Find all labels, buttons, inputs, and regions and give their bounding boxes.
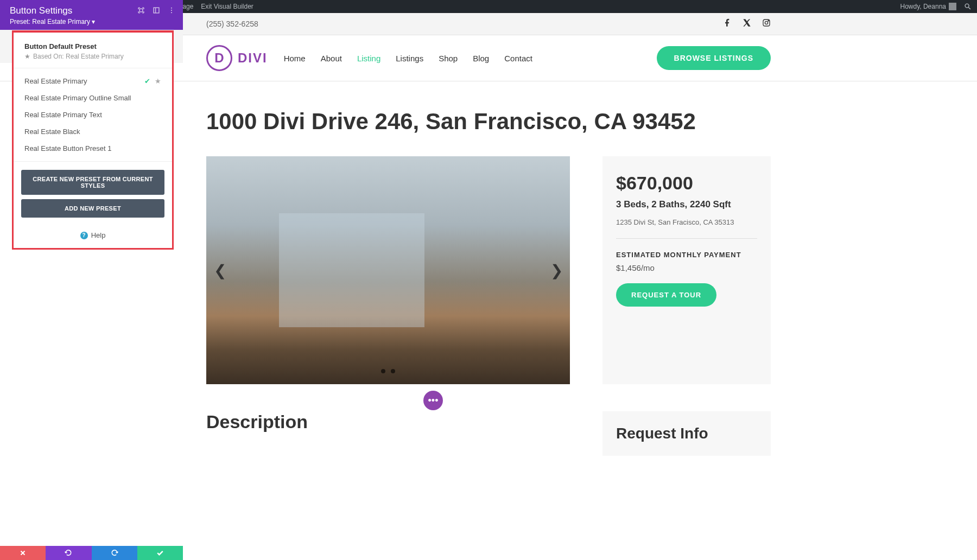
gallery-dot[interactable] <box>391 369 395 373</box>
property-gallery: ❮ ❯ <box>206 156 570 384</box>
svg-rect-7 <box>154 8 159 13</box>
svg-rect-6 <box>139 9 143 12</box>
est-payment-label: ESTIMATED MONTHLY PAYMENT <box>616 251 757 259</box>
gallery-prev-icon[interactable]: ❮ <box>212 262 228 278</box>
help-icon: ? <box>80 232 88 239</box>
chevron-down-icon: ▾ <box>92 18 95 26</box>
est-payment-value: $1,456/mo <box>616 263 757 272</box>
panel-header: Button Settings Preset: Real Estate Prim… <box>0 0 183 30</box>
logo[interactable]: D DIVI <box>206 45 268 71</box>
request-info-card: Request Info <box>602 411 771 456</box>
module-options-fab[interactable]: ••• <box>423 391 443 410</box>
listing-price: $670,000 <box>616 173 757 194</box>
gallery-next-icon[interactable]: ❯ <box>548 262 564 278</box>
x-twitter-icon[interactable] <box>743 18 751 29</box>
preset-item[interactable]: Real Estate Primary✔★ <box>14 73 172 90</box>
listing-stats: 3 Beds, 2 Baths, 2240 Sqft <box>616 199 757 210</box>
nav-contact[interactable]: Contact <box>504 54 532 63</box>
request-tour-button[interactable]: REQUEST A TOUR <box>616 283 716 307</box>
check-icon: ✔ <box>144 77 150 85</box>
based-on-label: ★Based On: Real Estate Primary <box>24 53 161 60</box>
page-title: 1000 Divi Drive 246, San Francisco, CA 9… <box>206 109 771 135</box>
search-icon[interactable] <box>964 3 972 10</box>
svg-point-5 <box>768 21 769 21</box>
facebook-icon[interactable] <box>723 18 732 29</box>
request-info-heading: Request Info <box>616 425 757 442</box>
svg-point-9 <box>171 8 172 9</box>
svg-point-10 <box>171 10 172 11</box>
user-greeting[interactable]: Howdy, Deanna <box>900 3 957 10</box>
nav-shop[interactable]: Shop <box>439 54 458 63</box>
svg-point-11 <box>171 12 172 13</box>
preset-selector[interactable]: Preset: Real Estate Primary ▾ <box>10 18 173 26</box>
nav-listing[interactable]: Listing <box>357 54 380 63</box>
default-preset-title[interactable]: Button Default Preset <box>24 42 161 50</box>
nav-about[interactable]: About <box>321 54 342 63</box>
more-icon[interactable] <box>168 7 175 14</box>
create-preset-button[interactable]: CREATE NEW PRESET FROM CURRENT STYLES <box>21 170 164 195</box>
instagram-icon[interactable] <box>762 18 771 29</box>
nav-home[interactable]: Home <box>284 54 306 63</box>
avatar <box>949 3 956 10</box>
gallery-dot[interactable] <box>381 369 385 373</box>
gallery-dots <box>381 369 395 373</box>
preset-item[interactable]: Real Estate Primary Text <box>14 106 172 123</box>
phone-number: (255) 352-6258 <box>206 20 258 28</box>
logo-icon: D <box>206 45 232 71</box>
button-settings-panel: Button Settings Preset: Real Estate Prim… <box>0 0 183 30</box>
nav-links: Home About Listing Listings Shop Blog Co… <box>284 54 657 63</box>
svg-point-4 <box>765 21 767 24</box>
preset-dropdown: Button Default Preset ★Based On: Real Es… <box>12 30 174 250</box>
nav-blog[interactable]: Blog <box>473 54 489 63</box>
focus-icon[interactable] <box>137 7 145 14</box>
add-preset-button[interactable]: ADD NEW PRESET <box>21 199 164 218</box>
svg-point-2 <box>965 4 969 8</box>
listing-info-card: $670,000 3 Beds, 2 Baths, 2240 Sqft 1235… <box>602 156 771 384</box>
description-heading: Description <box>206 411 570 456</box>
browse-listings-button[interactable]: BROWSE LISTINGS <box>657 46 771 70</box>
star-icon[interactable]: ★ <box>155 77 161 85</box>
dock-icon[interactable] <box>153 7 160 14</box>
nav-listings[interactable]: Listings <box>396 54 423 63</box>
exit-builder-link[interactable]: Exit Visual Builder <box>201 3 253 10</box>
preset-item[interactable]: Real Estate Black <box>14 123 172 140</box>
preset-item[interactable]: Real Estate Button Preset 1 <box>14 140 172 157</box>
listing-address: 1235 Divi St, San Fracisco, CA 35313 <box>616 218 757 239</box>
help-link[interactable]: ?Help <box>14 226 172 248</box>
star-icon: ★ <box>24 53 30 60</box>
preset-item[interactable]: Real Estate Primary Outline Small <box>14 90 172 106</box>
